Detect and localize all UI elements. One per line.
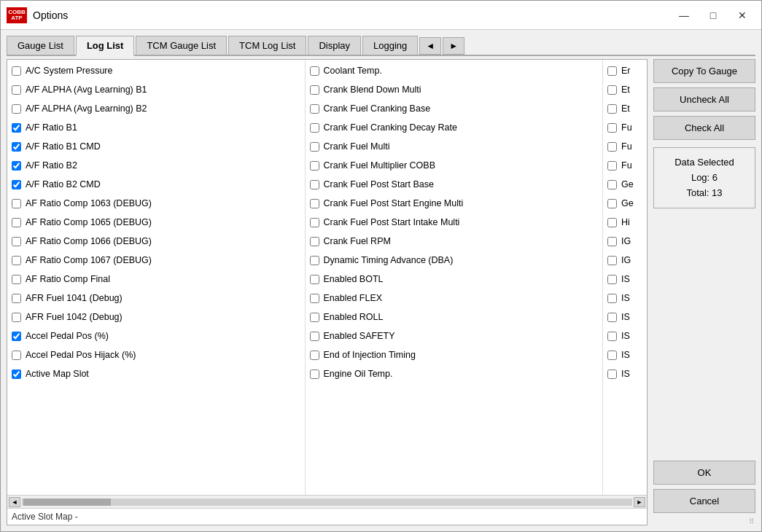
list-item[interactable]: AF Ratio Comp 1063 (DEBUG) [7,194,305,213]
list-item[interactable]: Er [603,61,647,80]
list-item[interactable]: AFR Fuel 1041 (Debug) [7,289,305,308]
checkbox-af-ratio-b1[interactable] [12,123,21,133]
list-item[interactable]: Enabled ROLL [306,308,603,326]
list-item[interactable]: Crank Fuel Post Start Engine Multi [306,194,603,213]
list-item[interactable]: Et [603,80,647,99]
checkbox-c3-11[interactable] [607,256,617,265]
list-item[interactable]: AF Ratio Comp 1067 (DEBUG) [7,251,305,270]
list-item[interactable]: IS [603,289,647,308]
scroll-left-button[interactable]: ◄ [9,497,20,507]
checkbox-af-comp-final[interactable] [12,275,21,284]
list-item[interactable]: Active Map Slot [7,364,305,383]
list-item[interactable]: A/C System Pressure [7,61,305,80]
list-item[interactable]: Crank Fuel Cranking Decay Rate [306,118,603,137]
list-item[interactable]: Accel Pedal Pos Hijack (%) [7,345,305,364]
list-item[interactable]: Crank Fuel Post Start Intake Multi [306,213,603,232]
list-item[interactable]: Dynamic Timing Advance (DBA) [306,251,603,270]
list-item[interactable]: IS [603,345,647,364]
list-item[interactable]: A/F ALPHA (Avg Learning) B1 [7,80,305,99]
list-item[interactable]: A/F Ratio B2 [7,156,305,175]
list-item[interactable]: Fu [603,137,647,156]
checkbox-enabled-roll[interactable] [310,313,319,322]
checkbox-enabled-botl[interactable] [310,275,319,284]
checkbox-crank-fuel-post-start-intake[interactable] [310,218,319,227]
tab-scroll-left[interactable]: ◄ [419,37,441,55]
list-item[interactable]: A/F Ratio B1 [7,118,305,137]
checkbox-coolant-temp[interactable] [310,66,319,76]
list-item[interactable]: AF Ratio Comp Final [7,270,305,289]
checkbox-c3-7[interactable] [607,180,617,189]
checkbox-crank-fuel-post-start-engine[interactable] [310,199,319,208]
list-item[interactable]: AFR Fuel 1042 (Debug) [7,308,305,326]
list-item[interactable]: Fu [603,156,647,175]
scroll-track[interactable] [22,498,632,506]
list-item[interactable]: IS [603,308,647,326]
list-item[interactable]: AF Ratio Comp 1066 (DEBUG) [7,232,305,251]
list-item[interactable]: Crank Fuel RPM [306,232,603,251]
check-all-button[interactable]: Check All [653,116,755,140]
checkbox-af-comp-1066[interactable] [12,237,21,246]
tab-log-list[interactable]: Log List [76,36,135,56]
checkbox-af-comp-1065[interactable] [12,218,21,227]
copy-to-gauge-button[interactable]: Copy To Gauge [653,59,755,83]
list-item[interactable]: Crank Blend Down Multi [306,80,603,99]
checkbox-af-ratio-b1-cmd[interactable] [12,142,21,152]
checkbox-afr-fuel-1041[interactable] [12,294,21,303]
checkbox-crank-fuel-cranking-decay[interactable] [310,123,319,133]
tab-tcm-gauge-list[interactable]: TCM Gauge List [136,36,227,55]
list-item[interactable]: A/F Ratio B1 CMD [7,137,305,156]
checkbox-c3-1[interactable] [607,66,617,76]
tab-logging[interactable]: Logging [362,36,418,55]
checkbox-crank-fuel-post-start-base[interactable] [310,180,319,189]
maximize-button[interactable]: □ [700,5,726,26]
checkbox-afr-fuel-1042[interactable] [12,313,21,322]
tab-gauge-list[interactable]: Gauge List [7,36,74,55]
list-item[interactable]: A/F ALPHA (Avg Learning) B2 [7,99,305,118]
list-item[interactable]: A/F Ratio B2 CMD [7,175,305,194]
list-item[interactable]: Enabled SAFETY [306,326,603,345]
close-button[interactable]: ✕ [729,5,755,26]
list-item[interactable]: AF Ratio Comp 1065 (DEBUG) [7,213,305,232]
checkbox-c3-2[interactable] [607,85,617,95]
list-item[interactable]: Engine Oil Temp. [306,364,603,383]
list-item[interactable]: Ge [603,175,647,194]
list-item[interactable]: Enabled BOTL [306,270,603,289]
checkbox-crank-fuel-multiplier-cobb[interactable] [310,161,319,171]
uncheck-all-button[interactable]: Uncheck All [653,87,755,112]
checkbox-crank-fuel-rpm[interactable] [310,237,319,246]
checkbox-c3-17[interactable] [607,369,617,379]
list-item[interactable]: Crank Fuel Cranking Base [306,99,603,118]
cancel-button[interactable]: Cancel [653,489,755,513]
list-item[interactable]: IG [603,232,647,251]
checkbox-c3-10[interactable] [607,237,617,246]
checkbox-enabled-safety[interactable] [310,332,319,341]
tab-tcm-log-list[interactable]: TCM Log List [228,36,306,55]
checkbox-af-comp-1063[interactable] [12,199,21,208]
list-item[interactable]: Enabled FLEX [306,289,603,308]
checkbox-ac-system-pressure[interactable] [12,66,21,76]
checkbox-c3-5[interactable] [607,142,617,152]
list-item[interactable]: Crank Fuel Multi [306,137,603,156]
checkbox-enabled-flex[interactable] [310,294,319,303]
list-item[interactable]: IS [603,326,647,345]
checkbox-crank-fuel-multi[interactable] [310,142,319,152]
checkbox-c3-13[interactable] [607,294,617,303]
checkbox-c3-14[interactable] [607,313,617,322]
minimize-button[interactable]: — [671,5,697,26]
list-item[interactable]: Crank Fuel Multiplier COBB [306,156,603,175]
checkbox-af-alpha-b2[interactable] [12,104,21,114]
list-item[interactable]: IS [603,270,647,289]
list-item[interactable]: IG [603,251,647,270]
checkbox-af-ratio-b2-cmd[interactable] [12,180,21,189]
list-item[interactable]: Ge [603,194,647,213]
checkbox-af-comp-1067[interactable] [12,256,21,265]
checkbox-af-ratio-b2[interactable] [12,161,21,171]
ok-button[interactable]: OK [653,461,755,485]
scroll-thumb[interactable] [23,498,111,506]
checkbox-dynamic-timing[interactable] [310,256,319,265]
checkbox-end-injection-timing[interactable] [310,351,319,360]
checkbox-c3-6[interactable] [607,161,617,171]
list-item[interactable]: Accel Pedal Pos (%) [7,326,305,345]
resize-handle[interactable]: ⠿ [653,517,755,525]
list-item[interactable]: End of Injection Timing [306,345,603,364]
